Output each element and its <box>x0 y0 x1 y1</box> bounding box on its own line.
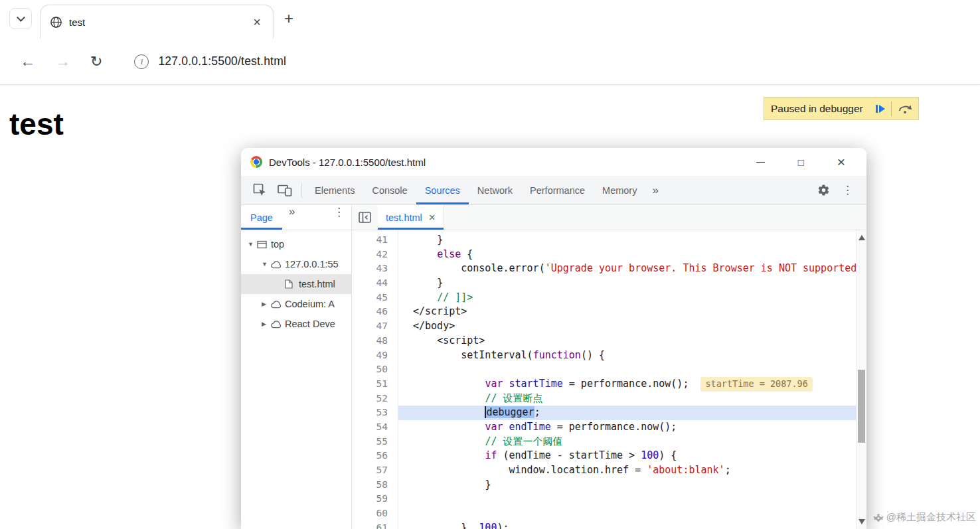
line-number[interactable]: 42 <box>352 248 398 262</box>
devtools-tab-sources[interactable]: Sources <box>416 176 469 204</box>
code-line-42[interactable]: else { <box>398 248 856 262</box>
code-line-59[interactable] <box>398 492 856 506</box>
tree-item-label: top <box>271 239 284 250</box>
resume-script-button[interactable] <box>870 98 891 119</box>
editor-tab-test-html[interactable]: test.html × <box>378 205 444 230</box>
reload-icon[interactable]: ↻ <box>90 53 102 70</box>
navigator-kebab-icon[interactable]: ⋮ <box>327 205 351 230</box>
devtools-tab-elements[interactable]: Elements <box>306 176 363 204</box>
line-number[interactable]: 59 <box>352 492 398 506</box>
line-number[interactable]: 46 <box>352 305 398 319</box>
line-number[interactable]: 60 <box>352 506 398 521</box>
line-number[interactable]: 61 <box>352 521 398 529</box>
collapse-navigator-button[interactable] <box>352 205 378 230</box>
settings-button[interactable] <box>812 184 835 196</box>
back-icon[interactable]: ← <box>20 52 35 70</box>
code-token: ; <box>725 464 731 476</box>
code-line-48[interactable]: <script> <box>398 334 856 348</box>
code-line-55[interactable]: // 设置一个阈值 <box>398 435 856 449</box>
code-token <box>503 378 509 390</box>
new-tab-button[interactable]: + <box>284 9 293 28</box>
navigator-tab-page[interactable]: Page <box>241 205 282 230</box>
browser-tab[interactable]: test × <box>40 5 274 38</box>
line-number[interactable]: 51 <box>352 377 398 392</box>
code-line-52[interactable]: // 设置断点 <box>398 392 856 406</box>
code-token: // 设置断点 <box>485 392 542 404</box>
code-line-57[interactable]: window.location.href = 'about:blank'; <box>398 463 856 478</box>
code-line-56[interactable]: if (endTime - startTime > 100) { <box>398 449 856 463</box>
code-line-54[interactable]: var endTime = performance.now(); <box>398 420 856 435</box>
line-number[interactable]: 47 <box>352 319 398 334</box>
cloud-icon <box>271 260 285 269</box>
forward-icon[interactable]: → <box>55 52 70 70</box>
devtools-titlebar[interactable]: DevTools - 127.0.0.1:5500/test.html □ × <box>241 148 866 176</box>
kebab-menu-icon[interactable]: ⋮ <box>835 183 860 197</box>
line-number[interactable]: 57 <box>352 463 398 478</box>
line-number[interactable]: 53 <box>352 406 398 420</box>
devtools-tab-performance[interactable]: Performance <box>521 176 594 204</box>
editor-scrollbar[interactable] <box>856 230 866 529</box>
expander-icon[interactable]: ▼ <box>262 261 271 267</box>
navigator-more-tabs[interactable]: » <box>282 205 301 230</box>
step-over-button[interactable] <box>892 98 918 119</box>
expander-icon[interactable]: ▼ <box>248 241 257 248</box>
device-toolbar-button[interactable] <box>272 176 297 204</box>
code-line-44[interactable]: } <box>398 276 856 291</box>
code-line-46[interactable]: </script> <box>398 305 856 319</box>
code-line-51[interactable]: var startTime = performance.now();startT… <box>398 377 856 392</box>
line-number[interactable]: 41 <box>352 233 398 248</box>
code-line-60[interactable] <box>398 506 856 521</box>
code-line-50[interactable] <box>398 362 856 377</box>
editor-tab-label: test.html <box>386 212 422 223</box>
line-number[interactable]: 43 <box>352 262 398 276</box>
tree-item-react-deve[interactable]: ▶React Deve <box>241 314 351 334</box>
code-line-49[interactable]: setInterval(function() { <box>398 348 856 363</box>
devtools-tab-console[interactable]: Console <box>363 176 416 204</box>
devtools-tab-network[interactable]: Network <box>469 176 521 204</box>
code-line-43[interactable]: console.error('Upgrade your browser. Thi… <box>398 262 856 276</box>
close-window-button[interactable]: × <box>837 154 845 170</box>
inspect-element-button[interactable] <box>248 176 272 204</box>
address-bar: ← → ↻ i 127.0.0.1:5500/test.html <box>0 38 980 85</box>
scroll-down-icon[interactable] <box>858 519 865 524</box>
line-number[interactable]: 55 <box>352 435 398 449</box>
toolbar-divider <box>301 183 302 198</box>
line-number[interactable]: 54 <box>352 420 398 435</box>
more-panels-button[interactable]: » <box>645 184 665 197</box>
tab-list-button[interactable] <box>9 8 32 29</box>
code-line-58[interactable]: } <box>398 478 856 492</box>
line-number[interactable]: 56 <box>352 449 398 463</box>
code-line-47[interactable]: </body> <box>398 319 856 334</box>
code-line-45[interactable]: // ]]> <box>398 291 856 305</box>
maximize-button[interactable]: □ <box>798 157 804 168</box>
devtools-tab-memory[interactable]: Memory <box>594 176 645 204</box>
code-line-61[interactable]: }, 100); <box>398 521 856 529</box>
scroll-up-icon[interactable] <box>858 235 865 240</box>
code-token: setInterval( <box>461 349 532 361</box>
line-number[interactable]: 52 <box>352 392 398 406</box>
url-text[interactable]: 127.0.0.1:5500/test.html <box>158 54 286 68</box>
line-number[interactable]: 44 <box>352 276 398 291</box>
line-number[interactable]: 50 <box>352 362 398 377</box>
minimize-button[interactable] <box>756 162 765 163</box>
code-line-53[interactable]: debugger; <box>398 406 856 420</box>
browser-tab-strip: test × + <box>0 0 980 38</box>
tree-item-test-html[interactable]: test.html <box>241 274 351 294</box>
tree-item-codeium-a[interactable]: ▶Codeium: A <box>241 294 351 314</box>
tree-item-top[interactable]: ▼top <box>241 234 351 254</box>
tree-item-127-0-0-1-55[interactable]: ▼127.0.0.1:55 <box>241 254 351 274</box>
line-number[interactable]: 48 <box>352 334 398 348</box>
code-line-41[interactable]: } <box>398 233 856 248</box>
tree-item-label: test.html <box>299 279 335 289</box>
line-number[interactable]: 45 <box>352 291 398 305</box>
expander-icon[interactable]: ▶ <box>262 321 271 327</box>
line-number[interactable]: 49 <box>352 348 398 363</box>
code-token: window.location.href = <box>509 464 647 476</box>
line-number[interactable]: 58 <box>352 478 398 492</box>
editor-tab-close-icon[interactable]: × <box>429 211 436 224</box>
scrollbar-thumb[interactable] <box>858 370 865 443</box>
tab-close-icon[interactable]: × <box>250 15 264 30</box>
toolbar-right: ⋮ <box>812 183 860 197</box>
expander-icon[interactable]: ▶ <box>262 301 271 307</box>
page-info-icon[interactable]: i <box>134 54 149 69</box>
